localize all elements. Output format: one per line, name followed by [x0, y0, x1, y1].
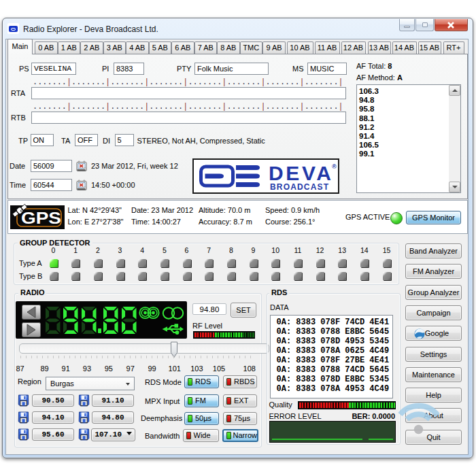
svg-text:DEVA: DEVA — [269, 162, 331, 184]
svg-text:BROADCAST: BROADCAST — [270, 182, 329, 192]
svg-text:GPS: GPS — [21, 209, 61, 227]
svg-text:®: ® — [332, 163, 337, 170]
